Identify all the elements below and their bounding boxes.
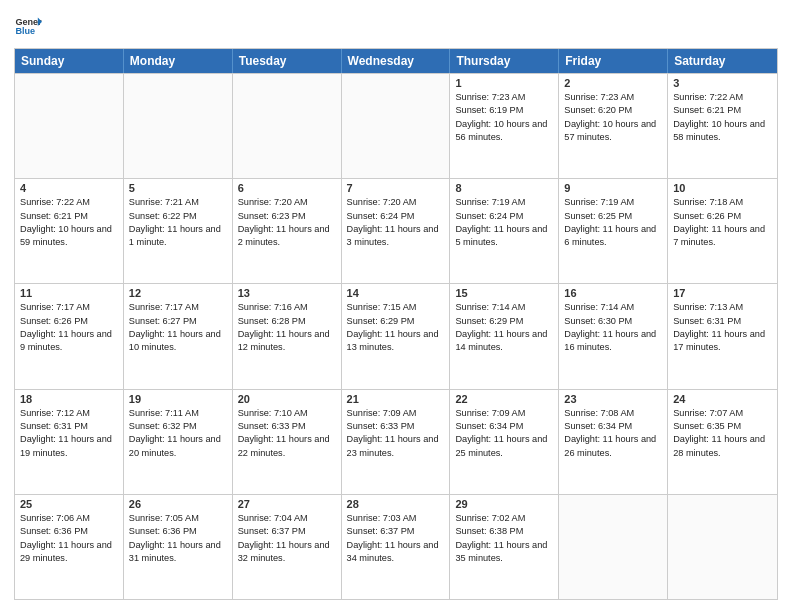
- day-cell-16: 16Sunrise: 7:14 AMSunset: 6:30 PMDayligh…: [559, 284, 668, 388]
- sun-info: Sunrise: 7:02 AMSunset: 6:38 PMDaylight:…: [455, 512, 553, 565]
- calendar-header: SundayMondayTuesdayWednesdayThursdayFrid…: [15, 49, 777, 73]
- day-cell-22: 22Sunrise: 7:09 AMSunset: 6:34 PMDayligh…: [450, 390, 559, 494]
- sun-info: Sunrise: 7:09 AMSunset: 6:33 PMDaylight:…: [347, 407, 445, 460]
- calendar-row-3: 18Sunrise: 7:12 AMSunset: 6:31 PMDayligh…: [15, 389, 777, 494]
- day-number: 3: [673, 77, 772, 89]
- day-cell-25: 25Sunrise: 7:06 AMSunset: 6:36 PMDayligh…: [15, 495, 124, 599]
- day-number: 20: [238, 393, 336, 405]
- day-number: 12: [129, 287, 227, 299]
- day-cell-20: 20Sunrise: 7:10 AMSunset: 6:33 PMDayligh…: [233, 390, 342, 494]
- page-header: General Blue: [14, 12, 778, 40]
- day-cell-13: 13Sunrise: 7:16 AMSunset: 6:28 PMDayligh…: [233, 284, 342, 388]
- day-number: 4: [20, 182, 118, 194]
- day-cell-3: 3Sunrise: 7:22 AMSunset: 6:21 PMDaylight…: [668, 74, 777, 178]
- sun-info: Sunrise: 7:07 AMSunset: 6:35 PMDaylight:…: [673, 407, 772, 460]
- day-cell-29: 29Sunrise: 7:02 AMSunset: 6:38 PMDayligh…: [450, 495, 559, 599]
- day-number: 6: [238, 182, 336, 194]
- sun-info: Sunrise: 7:20 AMSunset: 6:24 PMDaylight:…: [347, 196, 445, 249]
- day-number: 29: [455, 498, 553, 510]
- day-number: 26: [129, 498, 227, 510]
- sun-info: Sunrise: 7:09 AMSunset: 6:34 PMDaylight:…: [455, 407, 553, 460]
- sun-info: Sunrise: 7:22 AMSunset: 6:21 PMDaylight:…: [20, 196, 118, 249]
- day-number: 19: [129, 393, 227, 405]
- day-cell-28: 28Sunrise: 7:03 AMSunset: 6:37 PMDayligh…: [342, 495, 451, 599]
- sun-info: Sunrise: 7:16 AMSunset: 6:28 PMDaylight:…: [238, 301, 336, 354]
- calendar-body: 1Sunrise: 7:23 AMSunset: 6:19 PMDaylight…: [15, 73, 777, 599]
- sun-info: Sunrise: 7:14 AMSunset: 6:29 PMDaylight:…: [455, 301, 553, 354]
- day-cell-4: 4Sunrise: 7:22 AMSunset: 6:21 PMDaylight…: [15, 179, 124, 283]
- sun-info: Sunrise: 7:22 AMSunset: 6:21 PMDaylight:…: [673, 91, 772, 144]
- day-cell-12: 12Sunrise: 7:17 AMSunset: 6:27 PMDayligh…: [124, 284, 233, 388]
- day-number: 8: [455, 182, 553, 194]
- day-cell-27: 27Sunrise: 7:04 AMSunset: 6:37 PMDayligh…: [233, 495, 342, 599]
- day-cell-empty: [124, 74, 233, 178]
- sun-info: Sunrise: 7:15 AMSunset: 6:29 PMDaylight:…: [347, 301, 445, 354]
- day-cell-11: 11Sunrise: 7:17 AMSunset: 6:26 PMDayligh…: [15, 284, 124, 388]
- day-number: 7: [347, 182, 445, 194]
- calendar-row-0: 1Sunrise: 7:23 AMSunset: 6:19 PMDaylight…: [15, 73, 777, 178]
- day-number: 28: [347, 498, 445, 510]
- day-number: 18: [20, 393, 118, 405]
- sun-info: Sunrise: 7:23 AMSunset: 6:19 PMDaylight:…: [455, 91, 553, 144]
- day-number: 16: [564, 287, 662, 299]
- logo-icon: General Blue: [14, 12, 42, 40]
- day-header-monday: Monday: [124, 49, 233, 73]
- sun-info: Sunrise: 7:18 AMSunset: 6:26 PMDaylight:…: [673, 196, 772, 249]
- day-number: 1: [455, 77, 553, 89]
- sun-info: Sunrise: 7:11 AMSunset: 6:32 PMDaylight:…: [129, 407, 227, 460]
- sun-info: Sunrise: 7:12 AMSunset: 6:31 PMDaylight:…: [20, 407, 118, 460]
- day-number: 14: [347, 287, 445, 299]
- day-number: 9: [564, 182, 662, 194]
- sun-info: Sunrise: 7:08 AMSunset: 6:34 PMDaylight:…: [564, 407, 662, 460]
- day-number: 2: [564, 77, 662, 89]
- sun-info: Sunrise: 7:17 AMSunset: 6:26 PMDaylight:…: [20, 301, 118, 354]
- day-cell-24: 24Sunrise: 7:07 AMSunset: 6:35 PMDayligh…: [668, 390, 777, 494]
- day-cell-15: 15Sunrise: 7:14 AMSunset: 6:29 PMDayligh…: [450, 284, 559, 388]
- day-number: 22: [455, 393, 553, 405]
- day-cell-empty: [233, 74, 342, 178]
- day-cell-18: 18Sunrise: 7:12 AMSunset: 6:31 PMDayligh…: [15, 390, 124, 494]
- calendar-row-1: 4Sunrise: 7:22 AMSunset: 6:21 PMDaylight…: [15, 178, 777, 283]
- day-cell-10: 10Sunrise: 7:18 AMSunset: 6:26 PMDayligh…: [668, 179, 777, 283]
- sun-info: Sunrise: 7:20 AMSunset: 6:23 PMDaylight:…: [238, 196, 336, 249]
- day-cell-empty: [15, 74, 124, 178]
- day-header-thursday: Thursday: [450, 49, 559, 73]
- day-header-wednesday: Wednesday: [342, 49, 451, 73]
- calendar-row-4: 25Sunrise: 7:06 AMSunset: 6:36 PMDayligh…: [15, 494, 777, 599]
- sun-info: Sunrise: 7:04 AMSunset: 6:37 PMDaylight:…: [238, 512, 336, 565]
- day-cell-23: 23Sunrise: 7:08 AMSunset: 6:34 PMDayligh…: [559, 390, 668, 494]
- day-number: 15: [455, 287, 553, 299]
- day-cell-empty: [559, 495, 668, 599]
- sun-info: Sunrise: 7:03 AMSunset: 6:37 PMDaylight:…: [347, 512, 445, 565]
- day-cell-7: 7Sunrise: 7:20 AMSunset: 6:24 PMDaylight…: [342, 179, 451, 283]
- day-header-saturday: Saturday: [668, 49, 777, 73]
- logo: General Blue: [14, 12, 42, 40]
- day-cell-2: 2Sunrise: 7:23 AMSunset: 6:20 PMDaylight…: [559, 74, 668, 178]
- day-header-sunday: Sunday: [15, 49, 124, 73]
- day-number: 13: [238, 287, 336, 299]
- day-cell-6: 6Sunrise: 7:20 AMSunset: 6:23 PMDaylight…: [233, 179, 342, 283]
- day-cell-17: 17Sunrise: 7:13 AMSunset: 6:31 PMDayligh…: [668, 284, 777, 388]
- day-number: 11: [20, 287, 118, 299]
- sun-info: Sunrise: 7:23 AMSunset: 6:20 PMDaylight:…: [564, 91, 662, 144]
- svg-text:Blue: Blue: [15, 26, 35, 36]
- calendar-row-2: 11Sunrise: 7:17 AMSunset: 6:26 PMDayligh…: [15, 283, 777, 388]
- day-number: 21: [347, 393, 445, 405]
- day-number: 27: [238, 498, 336, 510]
- day-header-tuesday: Tuesday: [233, 49, 342, 73]
- sun-info: Sunrise: 7:05 AMSunset: 6:36 PMDaylight:…: [129, 512, 227, 565]
- sun-info: Sunrise: 7:13 AMSunset: 6:31 PMDaylight:…: [673, 301, 772, 354]
- day-number: 23: [564, 393, 662, 405]
- day-number: 25: [20, 498, 118, 510]
- day-cell-5: 5Sunrise: 7:21 AMSunset: 6:22 PMDaylight…: [124, 179, 233, 283]
- day-number: 17: [673, 287, 772, 299]
- day-number: 10: [673, 182, 772, 194]
- day-cell-26: 26Sunrise: 7:05 AMSunset: 6:36 PMDayligh…: [124, 495, 233, 599]
- sun-info: Sunrise: 7:19 AMSunset: 6:25 PMDaylight:…: [564, 196, 662, 249]
- day-cell-19: 19Sunrise: 7:11 AMSunset: 6:32 PMDayligh…: [124, 390, 233, 494]
- day-number: 5: [129, 182, 227, 194]
- day-cell-8: 8Sunrise: 7:19 AMSunset: 6:24 PMDaylight…: [450, 179, 559, 283]
- sun-info: Sunrise: 7:17 AMSunset: 6:27 PMDaylight:…: [129, 301, 227, 354]
- sun-info: Sunrise: 7:06 AMSunset: 6:36 PMDaylight:…: [20, 512, 118, 565]
- day-cell-1: 1Sunrise: 7:23 AMSunset: 6:19 PMDaylight…: [450, 74, 559, 178]
